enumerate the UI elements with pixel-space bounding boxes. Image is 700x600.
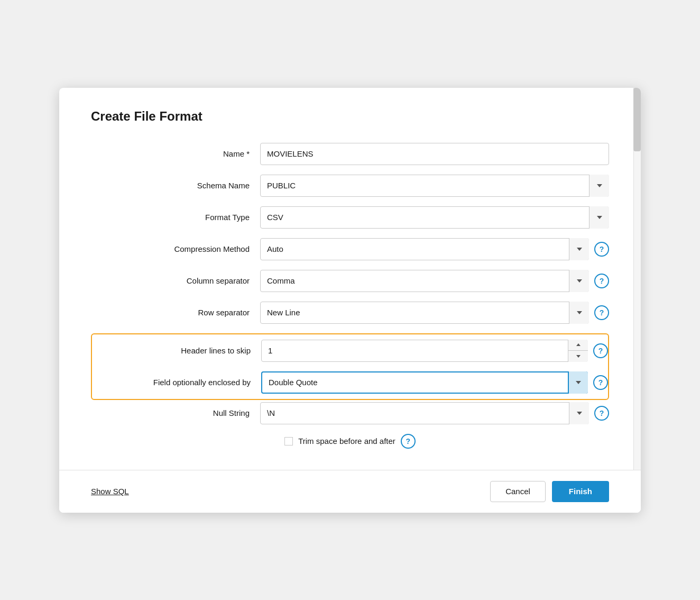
field-enclosed-select[interactable]: Double Quote xyxy=(261,371,588,394)
column-sep-row: Column separator Comma ? xyxy=(91,270,609,292)
schema-name-label: Schema Name xyxy=(91,181,260,190)
field-enclosed-select-wrap: Double Quote xyxy=(261,371,588,394)
row-sep-label: Row separator xyxy=(91,308,260,317)
column-sep-select-wrap: Comma xyxy=(260,270,589,292)
name-input[interactable] xyxy=(260,143,609,165)
header-lines-input[interactable] xyxy=(261,340,588,362)
field-enclosed-control-wrap: Double Quote ? xyxy=(261,371,608,394)
header-lines-control-wrap: ? xyxy=(261,340,608,362)
row-sep-select[interactable]: New Line xyxy=(260,302,589,324)
column-sep-select[interactable]: Comma xyxy=(260,270,589,292)
trim-space-help-button[interactable]: ? xyxy=(401,434,416,449)
null-string-help-button[interactable]: ? xyxy=(594,406,609,421)
compression-control-wrap: Auto ? xyxy=(260,238,609,260)
trim-space-row: Trim space before and after ? xyxy=(91,434,609,449)
arrow-up-icon xyxy=(576,343,581,346)
create-file-format-dialog: Create File Format Name * Schema Name PU… xyxy=(59,88,641,513)
dialog-footer: Show SQL Cancel Finish xyxy=(59,470,641,513)
compression-help-button[interactable]: ? xyxy=(594,242,609,257)
name-control-wrap xyxy=(260,143,609,165)
schema-name-row: Schema Name PUBLIC xyxy=(91,175,609,197)
format-type-select[interactable]: CSV xyxy=(260,206,609,229)
schema-name-control-wrap: PUBLIC xyxy=(260,175,609,197)
row-sep-row: Row separator New Line ? xyxy=(91,302,609,324)
field-enclosed-help-button[interactable]: ? xyxy=(593,375,608,390)
dialog-title: Create File Format xyxy=(91,109,609,124)
finish-button[interactable]: Finish xyxy=(552,481,609,502)
header-lines-label: Header lines to skip xyxy=(92,346,261,355)
arrow-down-icon xyxy=(576,355,581,358)
show-sql-button[interactable]: Show SQL xyxy=(91,487,129,496)
row-sep-help-button[interactable]: ? xyxy=(594,305,609,320)
null-string-row: Null String \N ? xyxy=(91,402,609,424)
highlight-group: Header lines to skip ? xyxy=(91,333,609,400)
trim-space-label: Trim space before and after xyxy=(298,437,395,446)
name-label: Name * xyxy=(91,149,260,158)
field-enclosed-label: Field optionally enclosed by xyxy=(92,378,261,387)
null-string-select-wrap: \N xyxy=(260,402,589,424)
header-lines-increment-button[interactable] xyxy=(568,340,588,351)
header-lines-spinners xyxy=(568,340,588,362)
compression-select-wrap: Auto xyxy=(260,238,589,260)
compression-label: Compression Method xyxy=(91,244,260,253)
format-type-select-wrap: CSV xyxy=(260,206,609,229)
column-sep-label: Column separator xyxy=(91,276,260,285)
column-sep-control-wrap: Comma ? xyxy=(260,270,609,292)
compression-row: Compression Method Auto ? xyxy=(91,238,609,260)
row-sep-control-wrap: New Line ? xyxy=(260,302,609,324)
column-sep-help-button[interactable]: ? xyxy=(594,274,609,288)
footer-buttons: Cancel Finish xyxy=(490,481,609,502)
scrollbar-track[interactable] xyxy=(633,88,641,470)
format-type-label: Format Type xyxy=(91,213,260,222)
null-string-control-wrap: \N ? xyxy=(260,402,609,424)
schema-name-select[interactable]: PUBLIC xyxy=(260,175,609,197)
compression-select[interactable]: Auto xyxy=(260,238,589,260)
null-string-select[interactable]: \N xyxy=(260,402,589,424)
trim-space-checkbox[interactable] xyxy=(284,437,293,446)
header-lines-row: Header lines to skip ? xyxy=(92,340,608,362)
row-sep-select-wrap: New Line xyxy=(260,302,589,324)
schema-name-select-wrap: PUBLIC xyxy=(260,175,609,197)
format-type-row: Format Type CSV xyxy=(91,206,609,229)
header-lines-help-button[interactable]: ? xyxy=(593,343,608,358)
header-lines-decrement-button[interactable] xyxy=(568,351,588,362)
name-row: Name * xyxy=(91,143,609,165)
null-string-label: Null String xyxy=(91,408,260,417)
dialog-body: Create File Format Name * Schema Name PU… xyxy=(59,88,641,470)
format-type-control-wrap: CSV xyxy=(260,206,609,229)
scrollbar-thumb[interactable] xyxy=(633,88,641,151)
header-lines-spinner-wrap xyxy=(261,340,588,362)
cancel-button[interactable]: Cancel xyxy=(490,481,546,502)
field-enclosed-row: Field optionally enclosed by Double Quot… xyxy=(92,371,608,394)
